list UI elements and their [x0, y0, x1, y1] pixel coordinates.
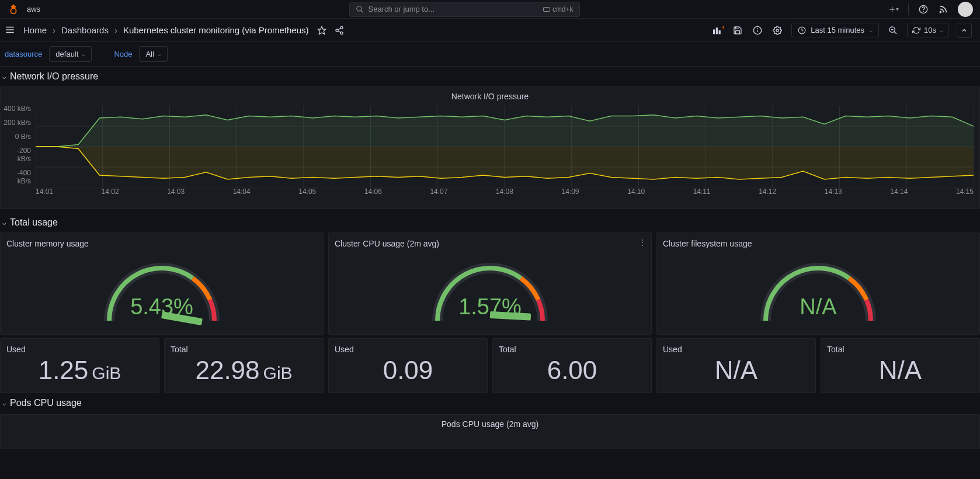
var-node-label: Node: [112, 50, 134, 58]
stat-panel[interactable]: Total N/A: [821, 338, 980, 393]
svg-line-16: [338, 28, 340, 30]
star-icon[interactable]: [317, 26, 326, 35]
chevron-down-icon: ⌵: [2, 73, 6, 81]
add-icon[interactable]: ▾: [888, 4, 899, 15]
breadcrumb-home[interactable]: Home: [23, 25, 47, 35]
var-datasource-select[interactable]: default ⌵: [49, 46, 92, 62]
x-tick: 14:09: [562, 188, 579, 197]
gauge-panel[interactable]: Cluster memory usage 5.43%: [0, 232, 324, 335]
panel-menu-icon[interactable]: ⋮: [638, 238, 647, 247]
stat-panel[interactable]: Total 22.98GiB: [164, 338, 324, 393]
toolbar: + Last 15 minutes ⌵ 10s ⌵: [712, 23, 975, 38]
save-icon[interactable]: [732, 25, 743, 36]
stat-label: Total: [493, 339, 651, 354]
chevron-down-icon: ⌵: [2, 400, 6, 407]
breadcrumb-bar: Home › Dashboards › Kubernetes cluster m…: [0, 19, 980, 42]
var-datasource-label: datasource: [2, 50, 44, 58]
hamburger-icon[interactable]: [5, 25, 16, 36]
variable-bar: datasource default ⌵ Node All ⌵: [0, 42, 980, 67]
svg-point-15: [340, 32, 343, 34]
panel-network[interactable]: Network I/O pressure 400 kB/s200 kB/s0 B…: [0, 86, 980, 209]
y-tick: -400 kB/s: [3, 169, 31, 185]
search-input[interactable]: Search or jump to... cmd+k: [349, 2, 580, 17]
row-pods-cpu[interactable]: ⌵ Pods CPU usage: [0, 393, 980, 413]
x-tick: 14:15: [956, 188, 974, 197]
gauge-title: Cluster memory usage: [1, 233, 323, 251]
x-tick: 14:14: [890, 188, 908, 197]
help-icon[interactable]: [918, 4, 929, 15]
avatar[interactable]: [958, 2, 973, 17]
search-icon: [356, 5, 364, 13]
x-tick: 14:01: [36, 188, 53, 197]
add-panel-icon[interactable]: +: [712, 25, 724, 36]
share-icon[interactable]: [335, 26, 344, 35]
chart-x-axis: 14:0114:0214:0314:0414:0514:0614:0714:08…: [36, 188, 974, 197]
breadcrumb-sep: ›: [53, 25, 55, 35]
row-network-label: Network I/O pressure: [10, 71, 98, 82]
svg-point-14: [336, 29, 338, 32]
search-kbd: cmd+k: [543, 5, 574, 13]
y-tick: 400 kB/s: [3, 105, 31, 113]
svg-rect-3: [543, 7, 550, 11]
gauge: N/A: [657, 251, 979, 327]
time-range-picker[interactable]: Last 15 minutes ⌵: [791, 23, 879, 37]
svg-point-24: [757, 29, 758, 29]
x-tick: 14:10: [627, 188, 645, 197]
rss-icon[interactable]: [938, 4, 948, 15]
gauge-panel[interactable]: Cluster filesystem usage N/A: [656, 232, 980, 335]
stat-panel[interactable]: Used 1.25GiB: [0, 338, 159, 393]
svg-line-28: [894, 32, 896, 34]
stat-panel[interactable]: Total 6.00: [492, 338, 652, 393]
svg-point-13: [340, 26, 343, 29]
svg-point-8: [940, 11, 941, 12]
gauge-value: 1.57%: [329, 294, 651, 320]
stat-value: 6.00: [493, 354, 651, 384]
x-tick: 14:08: [496, 188, 513, 197]
search-placeholder: Search or jump to...: [369, 5, 435, 13]
topbar-center: Search or jump to... cmd+k: [40, 2, 888, 17]
refresh-rate-label: 10s: [924, 26, 936, 34]
row-total-usage-label: Total usage: [10, 217, 58, 228]
collapse-icon[interactable]: [957, 23, 972, 38]
stat-value: 0.09: [329, 354, 487, 384]
gauge-title: Cluster CPU usage (2m avg): [329, 233, 651, 251]
x-tick: 14:13: [825, 188, 842, 197]
chevron-down-icon: ⌵: [2, 219, 6, 227]
breadcrumb-actions: [317, 26, 344, 35]
stat-label: Used: [1, 339, 159, 354]
refresh-rate-picker[interactable]: 10s ⌵: [907, 23, 948, 37]
gauge-value: 5.43%: [1, 294, 323, 320]
x-tick: 14:12: [759, 188, 776, 197]
row-network[interactable]: ⌵ Network I/O pressure: [0, 67, 980, 86]
svg-point-1: [356, 6, 361, 11]
info-icon[interactable]: [752, 25, 763, 36]
svg-rect-20: [719, 30, 721, 34]
chevron-down-icon: ⌵: [82, 51, 85, 57]
y-tick: 0 B/s: [3, 133, 31, 141]
row-total-usage[interactable]: ⌵ Total usage: [0, 213, 980, 232]
svg-text:+: +: [722, 26, 724, 30]
x-tick: 14:03: [167, 188, 185, 197]
stat-label: Total: [165, 339, 323, 354]
chevron-down-icon: ⌵: [869, 27, 873, 33]
stat-value: N/A: [657, 354, 815, 384]
x-tick: 14:11: [693, 188, 711, 197]
var-node-select[interactable]: All ⌵: [139, 46, 167, 62]
zoom-out-icon[interactable]: [887, 25, 899, 36]
x-tick: 14:05: [298, 188, 316, 197]
panel-pods-cpu[interactable]: Pods CPU usage (2m avg): [0, 414, 980, 449]
stat-panel[interactable]: Used N/A: [656, 338, 816, 393]
gauge-panel[interactable]: Cluster CPU usage (2m avg) ⋮ 1.57%: [328, 232, 652, 335]
stat-value: N/A: [821, 354, 979, 384]
breadcrumb: Home › Dashboards › Kubernetes cluster m…: [23, 25, 309, 35]
stat-panel[interactable]: Used 0.09: [328, 338, 488, 393]
svg-line-2: [360, 10, 363, 12]
svg-point-0: [11, 8, 16, 13]
settings-icon[interactable]: [772, 25, 783, 36]
breadcrumb-current: Kubernetes cluster monitoring (via Prome…: [123, 25, 309, 35]
grafana-logo-icon[interactable]: [7, 3, 20, 16]
breadcrumb-dashboards[interactable]: Dashboards: [61, 25, 109, 35]
stat-value: 1.25GiB: [1, 354, 159, 384]
breadcrumb-sep: ›: [114, 25, 117, 35]
topbar: aws Search or jump to... cmd+k ▾: [0, 0, 980, 19]
